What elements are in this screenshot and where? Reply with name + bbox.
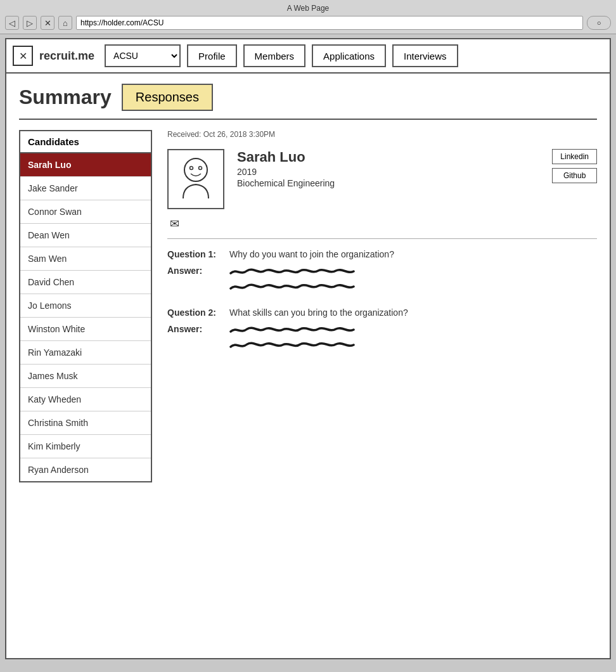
header-divider	[19, 119, 597, 120]
scribble-line-1a	[229, 266, 356, 277]
candidate-item[interactable]: Connor Swan	[20, 200, 151, 224]
github-button[interactable]: Github	[552, 168, 597, 183]
scribble-line-2b	[229, 339, 356, 351]
question-1-label: Question 1:	[167, 249, 224, 259]
navbar: ✕ recruit.me ACSU Profile Members Applic…	[6, 39, 610, 74]
question-2-row: Question 2: What skills can you bring to…	[167, 307, 597, 318]
avatar	[167, 149, 224, 209]
org-selector[interactable]: ACSU	[105, 44, 181, 67]
received-timestamp: Received: Oct 26, 2018 3:30PM	[167, 130, 597, 139]
answer-1-label: Answer:	[167, 266, 224, 276]
candidate-item[interactable]: David Chen	[20, 271, 151, 294]
profile-divider	[167, 238, 597, 239]
question-1-row: Question 1: Why do you want to join the …	[167, 249, 597, 259]
browser-title: A Web Page	[5, 4, 611, 13]
candidate-item[interactable]: Katy Wheden	[20, 388, 151, 411]
logo-text: recruit.me	[39, 49, 94, 63]
nav-profile-button[interactable]: Profile	[187, 44, 237, 67]
candidate-item[interactable]: Sam Wen	[20, 247, 151, 271]
candidate-item[interactable]: Sarah Luo	[20, 153, 151, 177]
candidate-item[interactable]: Jake Sander	[20, 177, 151, 200]
forward-button[interactable]: ▷	[23, 16, 37, 30]
candidates-panel: Candidates Sarah LuoJake SanderConnor Sw…	[19, 130, 152, 482]
nav-interviews-button[interactable]: Interviews	[392, 44, 458, 67]
candidate-item[interactable]: Dean Wen	[20, 224, 151, 247]
logo-icon: ✕	[13, 46, 33, 66]
candidate-item[interactable]: James Musk	[20, 365, 151, 388]
candidate-item[interactable]: Rin Yamazaki	[20, 341, 151, 365]
profile-year: 2019	[237, 167, 539, 177]
profile-info: Sarah Luo 2019 Biochemical Engineering	[237, 149, 539, 188]
email-icon[interactable]: ✉	[170, 217, 597, 231]
browser-chrome: A Web Page ◁ ▷ ✕ ⌂ ○	[0, 0, 616, 34]
home-button[interactable]: ⌂	[58, 16, 72, 30]
back-button[interactable]: ◁	[5, 16, 19, 30]
answer-2-scribble	[229, 324, 356, 351]
answer-1-row: Answer:	[167, 266, 597, 292]
qa-section-2: Question 2: What skills can you bring to…	[167, 307, 597, 351]
profile-major: Biochemical Engineering	[237, 178, 539, 188]
answer-2-label: Answer:	[167, 324, 224, 334]
page-title: Summary	[19, 86, 112, 109]
nav-members-button[interactable]: Members	[243, 44, 306, 67]
candidate-item[interactable]: Jo Lemons	[20, 294, 151, 318]
page-header: Summary Responses	[19, 84, 597, 111]
qa-section-1: Question 1: Why do you want to join the …	[167, 249, 597, 292]
url-bar[interactable]	[76, 16, 583, 30]
main-layout: Candidates Sarah LuoJake SanderConnor Sw…	[19, 130, 597, 482]
close-button[interactable]: ✕	[41, 16, 55, 30]
profile-name: Sarah Luo	[237, 149, 539, 165]
question-2-text: What skills can you bring to the organiz…	[229, 307, 408, 318]
browser-controls: ◁ ▷ ✕ ⌂ ○	[5, 16, 611, 30]
avatar-illustration	[174, 154, 218, 205]
answer-1-scribble	[229, 266, 356, 292]
candidate-item[interactable]: Winston White	[20, 318, 151, 341]
svg-point-0	[184, 158, 207, 181]
linkedin-button[interactable]: Linkedin	[552, 149, 597, 164]
app-container: ✕ recruit.me ACSU Profile Members Applic…	[5, 38, 611, 659]
profile-links: Linkedin Github	[552, 149, 597, 183]
detail-panel: Received: Oct 26, 2018 3:30PM	[162, 130, 597, 482]
answer-2-row: Answer:	[167, 324, 597, 351]
responses-tab-button[interactable]: Responses	[122, 84, 213, 111]
profile-card: Sarah Luo 2019 Biochemical Engineering L…	[167, 149, 597, 209]
question-2-label: Question 2:	[167, 307, 224, 318]
svg-point-2	[199, 166, 202, 169]
candidates-header: Candidates	[19, 130, 152, 153]
scribble-line-2a	[229, 324, 356, 335]
question-1-text: Why do you want to join the organization…	[229, 249, 394, 259]
scribble-line-1b	[229, 281, 356, 292]
nav-applications-button[interactable]: Applications	[312, 44, 386, 67]
svg-point-1	[190, 166, 193, 169]
candidate-item[interactable]: Kim Kimberly	[20, 435, 151, 458]
page-content: Summary Responses Candidates Sarah LuoJa…	[6, 74, 610, 493]
candidate-item[interactable]: Christina Smith	[20, 411, 151, 435]
browser-search-button[interactable]: ○	[587, 16, 611, 30]
candidate-list: Sarah LuoJake SanderConnor SwanDean WenS…	[19, 153, 152, 482]
candidate-item[interactable]: Ryan Anderson	[20, 458, 151, 481]
